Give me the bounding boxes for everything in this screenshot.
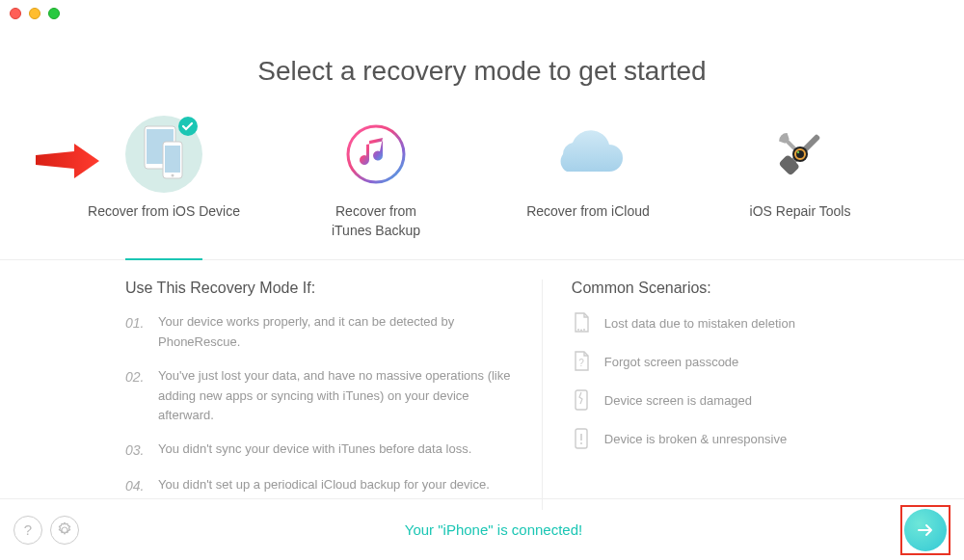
scenarios-title: Common Scenarios: (572, 280, 839, 297)
window-titlebar (0, 0, 964, 27)
help-button[interactable]: ? (13, 516, 42, 545)
help-icon: ? (24, 521, 32, 538)
svg-point-16 (580, 330, 582, 332)
mode-label: Recover from iOS Device (88, 202, 240, 222)
ios-device-icon (122, 116, 205, 193)
use-if-list: 01.Your device works properly, and it ca… (125, 312, 513, 496)
mode-recover-icloud[interactable]: Recover from iCloud (482, 116, 694, 259)
scenarios-list: Lost data due to mistaken deletion ? For… (572, 312, 839, 449)
mode-recover-ios-device[interactable]: Recover from iOS Device (58, 116, 270, 259)
svg-text:?: ? (578, 358, 584, 368)
footer-bar: ? Your "iPhone" is connected! (0, 498, 964, 560)
zoom-window-button[interactable] (48, 8, 60, 19)
mode-label: Recover from iTunes Backup (332, 202, 420, 240)
list-item: Lost data due to mistaken deletion (572, 312, 839, 333)
cracked-screen-icon (572, 389, 591, 411)
recovery-mode-tabs: Recover from iOS Device Recover from iTu… (0, 87, 964, 260)
annotation-highlight-box (900, 505, 951, 555)
svg-point-15 (577, 329, 579, 331)
svg-point-22 (580, 442, 582, 444)
repair-tools-icon (768, 116, 832, 193)
device-alert-icon (572, 428, 591, 449)
settings-button[interactable] (50, 516, 79, 545)
svg-point-13 (797, 151, 799, 153)
mode-label: Recover from iCloud (526, 202, 650, 222)
list-item: 02.You've just lost your data, and have … (125, 366, 513, 426)
mode-ios-repair-tools[interactable]: iOS Repair Tools (694, 116, 906, 259)
arrow-right-icon (915, 520, 936, 541)
mode-label: iOS Repair Tools (750, 202, 851, 222)
lock-question-icon: ? (572, 351, 591, 372)
gear-icon (57, 522, 72, 538)
connection-status: Your "iPhone" is connected! (87, 521, 900, 538)
list-item: 03.You didn't sync your device with iTun… (125, 440, 513, 461)
file-delete-icon (572, 312, 591, 333)
svg-point-17 (583, 329, 585, 331)
page-title: Select a recovery mode to get started (0, 56, 964, 87)
list-item: 01.Your device works properly, and it ca… (125, 312, 513, 353)
list-item: ? Forgot screen passcode (572, 351, 839, 372)
list-item: 04.You didn't set up a periodical iCloud… (125, 475, 513, 496)
svg-point-5 (172, 174, 174, 177)
minimize-window-button[interactable] (29, 8, 40, 19)
cloud-icon (548, 116, 629, 193)
mode-detail-section: Use This Recovery Mode If: 01.Your devic… (0, 260, 964, 520)
use-if-title: Use This Recovery Mode If: (125, 280, 513, 297)
list-item: Device is broken & unresponsive (572, 428, 839, 449)
annotation-arrow-icon (34, 140, 101, 182)
svg-marker-14 (36, 144, 99, 178)
close-window-button[interactable] (10, 8, 21, 19)
itunes-icon (346, 116, 406, 193)
svg-rect-4 (165, 146, 180, 173)
list-item: Device screen is damaged (572, 389, 839, 411)
mode-recover-itunes-backup[interactable]: Recover from iTunes Backup (270, 116, 482, 259)
next-button[interactable] (904, 509, 947, 551)
